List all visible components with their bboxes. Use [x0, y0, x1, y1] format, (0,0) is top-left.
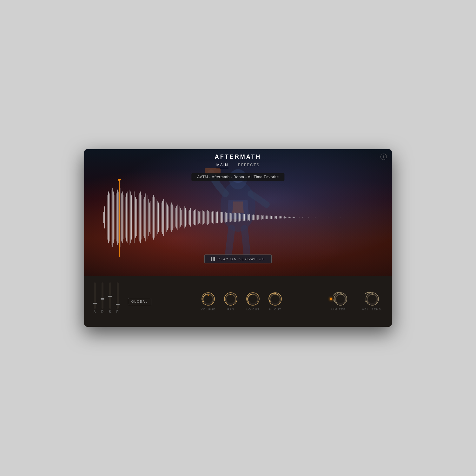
svg-rect-136: [273, 216, 273, 219]
vel-sens-knob[interactable]: [365, 292, 379, 306]
volume-knob[interactable]: [201, 292, 215, 306]
adsr-a-label: A: [94, 310, 96, 314]
svg-rect-99: [225, 212, 226, 223]
svg-rect-73: [192, 210, 192, 225]
svg-rect-57: [171, 202, 172, 232]
svg-rect-88: [211, 212, 212, 223]
svg-rect-124: [257, 215, 258, 220]
svg-rect-23: [128, 191, 128, 243]
keyswitch-bar: PLAY ON KEYSWITCH: [84, 255, 392, 263]
svg-rect-100: [226, 213, 227, 222]
slider-r-track[interactable]: [117, 282, 119, 309]
svg-rect-25: [130, 191, 131, 243]
svg-rect-151: [292, 217, 293, 218]
pan-knob-wrap: PAN: [224, 292, 238, 311]
tab-effects[interactable]: EFFECTS: [238, 162, 260, 168]
svg-rect-14: [116, 193, 116, 241]
adsr-group: A D S R: [94, 282, 119, 321]
preset-name[interactable]: AATM - Aftermath - Boom - All Time Favor…: [191, 173, 284, 181]
slider-r-thumb[interactable]: [116, 304, 120, 305]
svg-rect-91: [215, 211, 215, 223]
svg-rect-153: [294, 217, 295, 218]
slider-a-thumb[interactable]: [93, 303, 97, 304]
svg-rect-30: [136, 199, 137, 236]
limiter-label: LIMITER: [331, 308, 346, 311]
svg-rect-28: [134, 191, 135, 243]
svg-rect-117: [248, 215, 249, 221]
svg-point-169: [251, 294, 252, 295]
svg-rect-20: [124, 195, 124, 240]
svg-point-178: [372, 294, 374, 295]
controls-section: A D S R: [84, 276, 392, 327]
info-button[interactable]: i: [380, 154, 387, 160]
global-button[interactable]: GLOBAL: [128, 298, 151, 305]
tab-main[interactable]: MAIN: [216, 162, 228, 168]
svg-rect-89: [212, 211, 213, 223]
svg-rect-66: [183, 208, 183, 227]
svg-rect-90: [214, 211, 214, 224]
svg-rect-58: [172, 204, 173, 230]
svg-rect-61: [176, 206, 177, 228]
waveform-svg: [103, 184, 386, 251]
svg-rect-55: [169, 206, 169, 228]
svg-rect-67: [184, 206, 185, 228]
slider-s-track[interactable]: [109, 282, 111, 309]
svg-rect-82: [203, 211, 204, 224]
svg-rect-159: [328, 217, 328, 218]
svg-rect-152: [293, 217, 294, 218]
keyswitch-button[interactable]: PLAY ON KEYSWITCH: [204, 255, 272, 263]
svg-rect-94: [219, 212, 219, 223]
slider-d-thumb[interactable]: [101, 298, 104, 300]
svg-rect-4: [103, 212, 104, 223]
svg-rect-143: [281, 216, 282, 219]
waveform-display[interactable]: [103, 184, 386, 251]
main-knobs: VOLUME PAN: [163, 292, 320, 311]
svg-rect-8: [108, 191, 109, 243]
svg-rect-65: [182, 210, 182, 225]
svg-rect-135: [271, 216, 272, 219]
svg-rect-144: [283, 217, 283, 218]
hi-cut-knob[interactable]: [268, 292, 282, 306]
svg-rect-62: [178, 204, 178, 230]
vel-sens-label: VEL. SENS.: [362, 308, 382, 311]
svg-rect-140: [278, 216, 278, 219]
svg-rect-132: [268, 215, 268, 219]
svg-point-165: [227, 295, 235, 303]
svg-rect-44: [155, 197, 155, 238]
playhead[interactable]: [119, 181, 120, 257]
svg-rect-87: [210, 211, 210, 223]
svg-rect-114: [244, 214, 245, 221]
svg-rect-115: [246, 214, 246, 221]
svg-rect-103: [230, 213, 231, 222]
slider-a-track[interactable]: [94, 282, 96, 309]
svg-rect-126: [260, 215, 261, 220]
svg-rect-129: [264, 215, 264, 220]
svg-rect-19: [122, 191, 123, 243]
svg-rect-133: [269, 216, 269, 219]
svg-rect-107: [235, 213, 236, 222]
svg-rect-9: [109, 193, 110, 241]
svg-rect-10: [111, 190, 111, 245]
lo-cut-knob[interactable]: [246, 292, 260, 306]
svg-rect-92: [216, 212, 217, 223]
svg-rect-120: [252, 215, 253, 220]
svg-rect-134: [270, 215, 271, 219]
svg-rect-96: [221, 212, 222, 223]
svg-point-162: [204, 295, 212, 303]
slider-d-track[interactable]: [102, 282, 103, 309]
svg-rect-148: [288, 217, 289, 218]
svg-rect-138: [275, 216, 276, 219]
svg-rect-63: [179, 206, 180, 228]
svg-rect-116: [247, 214, 248, 221]
svg-rect-155: [299, 217, 300, 218]
svg-rect-118: [249, 214, 250, 221]
svg-rect-45: [156, 199, 156, 236]
pan-knob[interactable]: [224, 292, 238, 306]
svg-rect-157: [308, 217, 309, 218]
hi-cut-label: HI CUT: [269, 308, 281, 311]
svg-rect-15: [117, 190, 118, 245]
svg-rect-5: [104, 206, 105, 228]
limiter-knob[interactable]: [334, 292, 347, 306]
svg-rect-149: [289, 217, 290, 218]
slider-s-thumb[interactable]: [108, 296, 112, 297]
